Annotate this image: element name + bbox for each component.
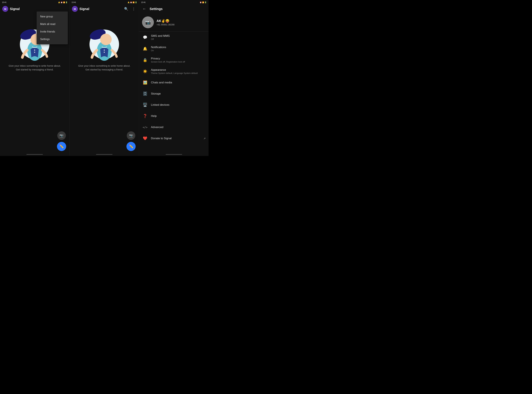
privacy-sublabel: Screen lock off, Registration lock off bbox=[151, 61, 206, 63]
settings-item-appearance[interactable]: ☀️ Appearance Theme System default, Lang… bbox=[139, 66, 209, 77]
status-bar-3: 13:41 ⏰ 📶 🔋 bbox=[139, 0, 209, 5]
dropdown-menu: New group Mark all read Invite friends S… bbox=[37, 11, 68, 44]
camera-fab-2[interactable]: 📷 bbox=[127, 131, 135, 140]
camera-fab-1[interactable]: 📷 bbox=[57, 131, 66, 140]
status-icons-3: ⏰ 📶 🔋 bbox=[200, 1, 207, 3]
panel-signal-dropdown: 13:41 🔔 ⏰ 📶 🔋 M Signal bbox=[0, 0, 70, 156]
help-text: Help bbox=[151, 114, 206, 118]
notif-icon-2: 🔔 bbox=[128, 1, 130, 3]
settings-item-sms[interactable]: 💬 SMS and MMS Off bbox=[139, 32, 209, 43]
settings-title: Settings bbox=[150, 7, 162, 11]
empty-text-2: Give your inbox something to write home … bbox=[70, 64, 139, 71]
profile-avatar: 📷 bbox=[142, 16, 154, 28]
alarm-icon-3: ⏰ bbox=[200, 1, 202, 3]
privacy-icon: 🔒 bbox=[142, 57, 148, 63]
settings-item-storage[interactable]: 🗄️ Storage bbox=[139, 88, 209, 99]
app-bar-2: M Signal 🔍 ⋮ bbox=[70, 5, 139, 13]
donate-text: Donate to Signal bbox=[151, 137, 200, 140]
settings-item-donate[interactable]: ❤️ Donate to Signal ↗ bbox=[139, 133, 209, 144]
settings-item-advanced[interactable]: </> Advanced bbox=[139, 122, 209, 133]
settings-item-notifications[interactable]: 🔔 Notifications On bbox=[139, 43, 209, 54]
nav-indicator-3 bbox=[166, 154, 182, 155]
linked-icon: 🖥️ bbox=[142, 102, 148, 108]
profile-phone: +91 95991 38288 bbox=[156, 23, 174, 26]
donate-label: Donate to Signal bbox=[151, 137, 200, 140]
settings-item-chats[interactable]: 🖼️ Chats and media bbox=[139, 77, 209, 88]
appearance-icon: ☀️ bbox=[142, 68, 148, 74]
alarm-icon: ⏰ bbox=[61, 1, 63, 3]
compose-fab-1[interactable]: ✏️ bbox=[57, 142, 66, 151]
app-title-1: Signal bbox=[10, 7, 67, 11]
profile-section[interactable]: 📷 AK✌️😝 +91 95991 38288 bbox=[139, 13, 209, 32]
avatar-1[interactable]: M bbox=[2, 6, 8, 12]
panel-settings: 13:41 ⏰ 📶 🔋 ← Settings 📷 AK✌️😝 +91 95991… bbox=[139, 0, 209, 156]
status-icons-1: 🔔 ⏰ 📶 🔋 bbox=[58, 1, 68, 3]
nav-indicator-1 bbox=[26, 154, 43, 155]
donate-icon: ❤️ bbox=[142, 135, 148, 141]
chats-icon: 🖼️ bbox=[142, 80, 148, 86]
chats-text: Chats and media bbox=[151, 81, 206, 84]
dropdown-item-invite[interactable]: Invite friends bbox=[37, 28, 68, 36]
appearance-sublabel: Theme System default, Language System de… bbox=[151, 72, 206, 74]
illustration-2 bbox=[83, 18, 126, 61]
notifications-icon: 🔔 bbox=[142, 46, 148, 52]
chats-label: Chats and media bbox=[151, 81, 206, 84]
help-icon: ❓ bbox=[142, 113, 148, 119]
status-bar-2: 13:41 🔔 ⏰ 📶 🔋 bbox=[70, 0, 139, 5]
app-title-2: Signal bbox=[79, 7, 122, 11]
sms-text: SMS and MMS Off bbox=[151, 34, 206, 40]
privacy-text: Privacy Screen lock off, Registration lo… bbox=[151, 57, 206, 63]
svg-point-4 bbox=[34, 50, 35, 51]
appearance-label: Appearance bbox=[151, 68, 206, 72]
notifications-text: Notifications On bbox=[151, 46, 206, 52]
dropdown-item-new-group[interactable]: New group bbox=[37, 13, 68, 20]
settings-app-bar: ← Settings bbox=[139, 5, 209, 13]
notifications-sublabel: On bbox=[151, 49, 206, 52]
svg-point-5 bbox=[34, 52, 35, 53]
bottom-bar-2 bbox=[70, 153, 139, 156]
avatar-2[interactable]: M bbox=[72, 6, 78, 12]
wifi-icon-3: 📶 bbox=[202, 1, 204, 3]
camera-icon-profile: 📷 bbox=[145, 20, 151, 25]
storage-text: Storage bbox=[151, 92, 206, 95]
search-button[interactable]: 🔍 bbox=[123, 6, 129, 12]
status-bar-1: 13:41 🔔 ⏰ 📶 🔋 bbox=[0, 0, 69, 5]
battery-icon-3: 🔋 bbox=[205, 1, 207, 3]
sms-sublabel: Off bbox=[151, 38, 206, 40]
more-options-button[interactable]: ⋮ bbox=[131, 6, 137, 12]
bottom-actions-1: 📷 ✏️ bbox=[57, 131, 66, 151]
wifi-icon: 📶 bbox=[63, 1, 65, 3]
bottom-bar-3 bbox=[139, 153, 209, 156]
svg-point-10 bbox=[104, 50, 105, 51]
advanced-icon: </> bbox=[142, 124, 148, 130]
advanced-text: Advanced bbox=[151, 126, 206, 129]
profile-name: AK✌️😝 bbox=[156, 19, 174, 23]
profile-info: AK✌️😝 +91 95991 38288 bbox=[156, 19, 174, 26]
notifications-label: Notifications bbox=[151, 46, 206, 49]
linked-text: Linked devices bbox=[151, 103, 206, 107]
settings-item-linked[interactable]: 🖥️ Linked devices bbox=[139, 99, 209, 110]
dropdown-item-mark-read[interactable]: Mark all read bbox=[37, 20, 68, 28]
settings-item-help[interactable]: ❓ Help bbox=[139, 110, 209, 122]
time-2: 13:41 bbox=[72, 1, 76, 3]
time-3: 13:41 bbox=[141, 1, 146, 3]
appearance-text: Appearance Theme System default, Languag… bbox=[151, 68, 206, 74]
dropdown-item-settings[interactable]: Settings bbox=[37, 36, 68, 43]
battery-icon-2: 🔋 bbox=[135, 1, 137, 3]
bottom-actions-2: 📷 ✏️ bbox=[126, 131, 136, 151]
svg-point-11 bbox=[104, 52, 105, 53]
illustration-svg-2 bbox=[83, 18, 126, 61]
advanced-label: Advanced bbox=[151, 126, 206, 129]
battery-icon: 🔋 bbox=[66, 1, 68, 3]
nav-indicator-2 bbox=[96, 154, 112, 155]
privacy-label: Privacy bbox=[151, 57, 206, 60]
settings-item-privacy[interactable]: 🔒 Privacy Screen lock off, Registration … bbox=[139, 54, 209, 66]
settings-list: 💬 SMS and MMS Off 🔔 Notifications On 🔒 P… bbox=[139, 32, 209, 153]
time-1: 13:41 bbox=[2, 1, 7, 3]
notif-icon: 🔔 bbox=[58, 1, 60, 3]
wifi-icon-2: 📶 bbox=[132, 1, 135, 3]
compose-fab-2[interactable]: ✏️ bbox=[126, 142, 136, 151]
bottom-bar-1 bbox=[0, 153, 69, 156]
back-button[interactable]: ← bbox=[141, 6, 147, 12]
linked-label: Linked devices bbox=[151, 103, 206, 107]
